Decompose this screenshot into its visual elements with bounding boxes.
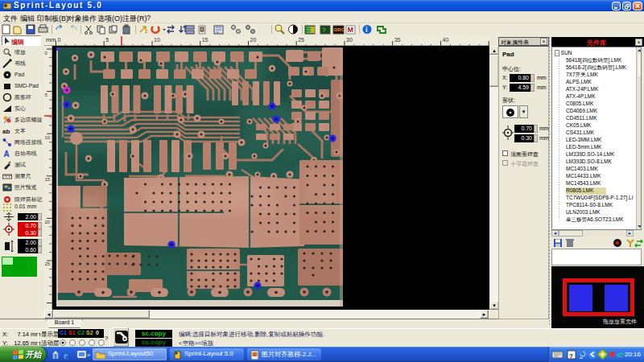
svg-text:35: 35 <box>394 37 401 43</box>
svg-text:M: M <box>348 26 354 34</box>
svg-text:25: 25 <box>298 37 304 43</box>
svg-text:0: 0 <box>45 51 48 56</box>
svg-text:10: 10 <box>154 37 160 43</box>
svg-text:0: 0 <box>58 37 61 43</box>
svg-text:i: i <box>365 26 368 34</box>
svg-text:5: 5 <box>105 37 109 43</box>
svg-text:10: 10 <box>45 135 51 140</box>
svg-text:20: 20 <box>250 37 257 43</box>
svg-text:30: 30 <box>346 37 353 43</box>
svg-text:?: ? <box>569 352 573 360</box>
svg-text:15: 15 <box>45 177 51 182</box>
svg-text:DRC: DRC <box>334 27 345 32</box>
svg-text:e: e <box>64 350 68 361</box>
svg-text:»: » <box>87 352 91 359</box>
svg-text:5: 5 <box>45 93 48 97</box>
svg-text:ab: ab <box>2 128 10 135</box>
svg-text:?: ? <box>322 27 326 34</box>
svg-text:A: A <box>4 150 10 158</box>
svg-text:20: 20 <box>45 220 51 224</box>
svg-text:z: z <box>145 28 148 34</box>
svg-text:15: 15 <box>202 37 208 43</box>
svg-text:25: 25 <box>45 261 51 266</box>
svg-text:40: 40 <box>443 37 449 43</box>
